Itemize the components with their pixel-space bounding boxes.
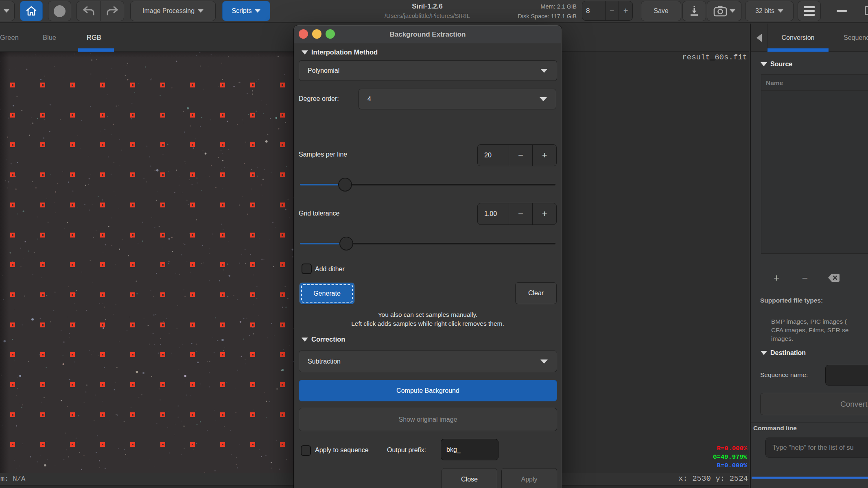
minimize-button[interactable] [831, 1, 852, 21]
background-sample-marker[interactable] [100, 233, 105, 237]
background-sample-marker[interactable] [40, 203, 45, 207]
background-sample-marker[interactable] [220, 412, 225, 417]
background-sample-marker[interactable] [40, 382, 45, 387]
background-sample-marker[interactable] [220, 262, 225, 267]
background-sample-marker[interactable] [70, 233, 75, 237]
background-sample-marker[interactable] [160, 382, 165, 387]
undo-button[interactable] [77, 1, 101, 21]
background-sample-marker[interactable] [40, 262, 45, 267]
background-sample-marker[interactable] [250, 292, 255, 297]
background-sample-marker[interactable] [280, 142, 285, 147]
background-sample-marker[interactable] [190, 83, 195, 87]
background-sample-marker[interactable] [40, 412, 45, 417]
background-sample-marker[interactable] [70, 412, 75, 417]
background-sample-marker[interactable] [40, 442, 45, 447]
background-sample-marker[interactable] [280, 322, 285, 327]
background-sample-marker[interactable] [160, 172, 165, 177]
samples-slider[interactable] [300, 178, 555, 192]
threads-increment-button[interactable]: + [619, 1, 632, 20]
background-sample-marker[interactable] [160, 412, 165, 417]
close-button[interactable]: Close [442, 468, 497, 488]
compute-background-button[interactable]: Compute Background [299, 380, 557, 401]
background-sample-marker[interactable] [250, 142, 255, 147]
background-sample-marker[interactable] [280, 292, 285, 297]
tab-sequence[interactable]: Sequence [844, 24, 868, 52]
background-sample-marker[interactable] [40, 233, 45, 237]
tolerance-value[interactable]: 1.00 [478, 203, 509, 224]
output-prefix-input[interactable]: bkg_ [441, 439, 498, 460]
background-sample-marker[interactable] [70, 352, 75, 357]
background-sample-marker[interactable] [130, 442, 135, 447]
background-sample-marker[interactable] [280, 412, 285, 417]
background-sample-marker[interactable] [160, 442, 165, 447]
background-sample-marker[interactable] [70, 203, 75, 207]
background-sample-marker[interactable] [100, 382, 105, 387]
background-sample-marker[interactable] [100, 172, 105, 177]
save-button[interactable]: Save [641, 1, 681, 21]
background-sample-marker[interactable] [160, 352, 165, 357]
background-sample-marker[interactable] [250, 172, 255, 177]
background-sample-marker[interactable] [250, 233, 255, 237]
background-sample-marker[interactable] [40, 83, 45, 87]
background-sample-marker[interactable] [190, 322, 195, 327]
background-sample-marker[interactable] [160, 113, 165, 118]
background-sample-marker[interactable] [190, 352, 195, 357]
destination-expander[interactable]: Destination [761, 349, 806, 357]
background-sample-marker[interactable] [160, 83, 165, 87]
tolerance-increment-button[interactable]: + [532, 203, 556, 224]
background-sample-marker[interactable] [70, 322, 75, 327]
background-sample-marker[interactable] [190, 113, 195, 118]
window-control-icon[interactable] [865, 6, 868, 15]
background-sample-marker[interactable] [100, 412, 105, 417]
background-sample-marker[interactable] [250, 322, 255, 327]
background-sample-marker[interactable] [250, 113, 255, 118]
background-sample-marker[interactable] [280, 203, 285, 207]
background-sample-marker[interactable] [220, 83, 225, 87]
menu-button[interactable] [798, 1, 821, 21]
background-sample-marker[interactable] [40, 142, 45, 147]
interpolation-method-combobox[interactable]: Polynomial [299, 60, 557, 81]
background-sample-marker[interactable] [130, 142, 135, 147]
background-sample-marker[interactable] [160, 322, 165, 327]
background-sample-marker[interactable] [280, 352, 285, 357]
background-sample-marker[interactable] [280, 442, 285, 447]
background-sample-marker[interactable] [40, 352, 45, 357]
dialog-titlebar[interactable]: Background Extraction [294, 26, 561, 43]
background-sample-marker[interactable] [130, 292, 135, 297]
background-sample-marker[interactable] [70, 442, 75, 447]
background-sample-marker[interactable] [160, 233, 165, 237]
source-file-list[interactable]: Name [761, 74, 868, 254]
source-expander[interactable]: Source [761, 61, 792, 68]
background-sample-marker[interactable] [70, 83, 75, 87]
image-processing-menu-button[interactable]: Image Processing [130, 1, 216, 21]
background-sample-marker[interactable] [250, 262, 255, 267]
name-column-header[interactable]: Name [761, 75, 868, 91]
remove-files-button[interactable]: − [796, 270, 814, 285]
background-sample-marker[interactable] [10, 382, 15, 387]
background-sample-marker[interactable] [100, 442, 105, 447]
background-sample-marker[interactable] [130, 113, 135, 118]
home-button[interactable] [20, 1, 43, 21]
threads-value[interactable]: 8 [582, 1, 605, 20]
channel-tab-rgb[interactable]: RGB [87, 24, 106, 52]
background-sample-marker[interactable] [250, 442, 255, 447]
background-sample-marker[interactable] [130, 382, 135, 387]
background-sample-marker[interactable] [160, 262, 165, 267]
background-sample-marker[interactable] [130, 233, 135, 237]
show-original-image-button[interactable]: Show original image [299, 408, 557, 431]
background-sample-marker[interactable] [250, 83, 255, 87]
background-sample-marker[interactable] [70, 292, 75, 297]
background-sample-marker[interactable] [250, 412, 255, 417]
background-sample-marker[interactable] [160, 142, 165, 147]
background-sample-marker[interactable] [70, 262, 75, 267]
bit-depth-button[interactable]: 32 bits [745, 1, 794, 21]
background-sample-marker[interactable] [70, 172, 75, 177]
background-sample-marker[interactable] [220, 352, 225, 357]
tab-conversion[interactable]: Conversion [767, 24, 829, 52]
hamburger-split-button[interactable] [0, 1, 15, 21]
background-sample-marker[interactable] [70, 382, 75, 387]
background-sample-marker[interactable] [190, 382, 195, 387]
background-sample-marker[interactable] [130, 172, 135, 177]
slider-handle[interactable] [339, 237, 353, 251]
background-sample-marker[interactable] [280, 113, 285, 118]
